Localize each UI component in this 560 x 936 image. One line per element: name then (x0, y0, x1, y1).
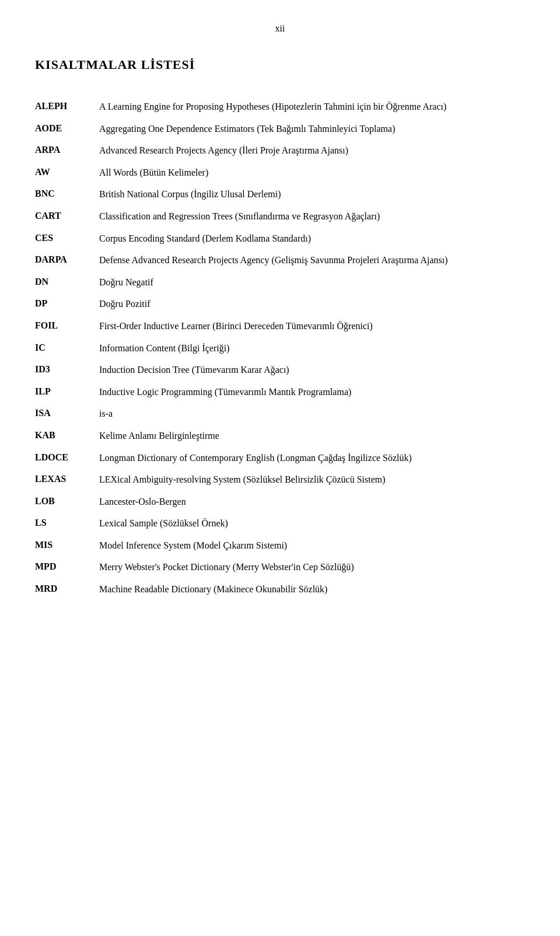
table-row: LEXASLEXical Ambiguity-resolving System … (35, 469, 525, 491)
abbreviation-term: CES (35, 228, 99, 250)
abbreviation-definition: Information Content (Bilgi İçeriği) (99, 337, 525, 359)
table-row: CARTClassification and Regression Trees … (35, 205, 525, 228)
table-row: ILPInductive Logic Programming (Tümevarı… (35, 381, 525, 403)
abbreviation-definition: is-a (99, 403, 525, 425)
abbreviation-definition: First-Order Inductive Learner (Birinci D… (99, 315, 525, 337)
abbreviation-term: ISA (35, 403, 99, 425)
page-title: KISALTMALAR LİSTESİ (35, 57, 525, 72)
table-row: AWAll Words (Bütün Kelimeler) (35, 162, 525, 184)
abbreviation-term: AW (35, 162, 99, 184)
abbreviation-term: ID3 (35, 359, 99, 381)
abbreviation-term: DARPA (35, 249, 99, 271)
abbreviation-definition: British National Corpus (İngiliz Ulusal … (99, 183, 525, 205)
table-row: LSLexical Sample (Sözlüksel Örnek) (35, 512, 525, 535)
abbreviation-definition: Model Inference System (Model Çıkarım Si… (99, 535, 525, 557)
abbreviation-term: LDOCE (35, 447, 99, 469)
abbreviation-term: IC (35, 337, 99, 359)
abbreviation-definition: Defense Advanced Research Projects Agenc… (99, 249, 525, 271)
abbreviation-term: KAB (35, 425, 99, 447)
table-row: DPDoğru Pozitif (35, 293, 525, 315)
table-row: ISAis-a (35, 403, 525, 425)
abbreviation-term: MRD (35, 578, 99, 600)
abbreviation-definition: Longman Dictionary of Contemporary Engli… (99, 447, 525, 469)
abbreviation-definition: Advanced Research Projects Agency (İleri… (99, 139, 525, 162)
abbreviation-definition: Inductive Logic Programming (Tümevarımlı… (99, 381, 525, 403)
table-row: MISModel Inference System (Model Çıkarım… (35, 535, 525, 557)
abbreviation-term: LEXAS (35, 469, 99, 491)
abbreviation-definition: Doğru Pozitif (99, 293, 525, 315)
abbreviation-term: ARPA (35, 139, 99, 162)
table-row: ALEPHA Learning Engine for Proposing Hyp… (35, 96, 525, 118)
abbreviation-term: MPD (35, 556, 99, 578)
table-row: FOILFirst-Order Inductive Learner (Birin… (35, 315, 525, 337)
table-row: AODEAggregating One Dependence Estimator… (35, 118, 525, 140)
table-row: MRDMachine Readable Dictionary (Makinece… (35, 578, 525, 600)
abbreviation-term: ILP (35, 381, 99, 403)
table-row: LOBLancester-Oslo-Bergen (35, 491, 525, 513)
abbreviation-definition: A Learning Engine for Proposing Hypothes… (99, 96, 525, 118)
abbreviation-term: BNC (35, 183, 99, 205)
abbreviation-definition: Kelime Anlamı Belirginleştirme (99, 425, 525, 447)
abbreviation-definition: Lexical Sample (Sözlüksel Örnek) (99, 512, 525, 535)
abbreviation-definition: Corpus Encoding Standard (Derlem Kodlama… (99, 228, 525, 250)
table-row: ICInformation Content (Bilgi İçeriği) (35, 337, 525, 359)
abbreviation-definition: Aggregating One Dependence Estimators (T… (99, 118, 525, 140)
table-row: LDOCELongman Dictionary of Contemporary … (35, 447, 525, 469)
abbreviation-definition: Lancester-Oslo-Bergen (99, 491, 525, 513)
abbreviation-term: DP (35, 293, 99, 315)
table-row: DARPADefense Advanced Research Projects … (35, 249, 525, 271)
abbreviation-definition: Machine Readable Dictionary (Makinece Ok… (99, 578, 525, 600)
table-row: KABKelime Anlamı Belirginleştirme (35, 425, 525, 447)
abbreviation-term: FOIL (35, 315, 99, 337)
abbreviation-term: AODE (35, 118, 99, 140)
table-row: MPDMerry Webster's Pocket Dictionary (Me… (35, 556, 525, 578)
abbreviation-definition: All Words (Bütün Kelimeler) (99, 162, 525, 184)
abbreviation-term: CART (35, 205, 99, 228)
abbreviation-table: ALEPHA Learning Engine for Proposing Hyp… (35, 96, 525, 600)
abbreviation-term: DN (35, 271, 99, 294)
abbreviation-term: MIS (35, 535, 99, 557)
table-row: ID3Induction Decision Tree (Tümevarım Ka… (35, 359, 525, 381)
table-row: CESCorpus Encoding Standard (Derlem Kodl… (35, 228, 525, 250)
abbreviation-definition: Classification and Regression Trees (Sın… (99, 205, 525, 228)
abbreviation-definition: Induction Decision Tree (Tümevarım Karar… (99, 359, 525, 381)
page-number: xii (35, 23, 525, 34)
abbreviation-definition: Merry Webster's Pocket Dictionary (Merry… (99, 556, 525, 578)
table-row: ARPAAdvanced Research Projects Agency (İ… (35, 139, 525, 162)
abbreviation-definition: LEXical Ambiguity-resolving System (Sözl… (99, 469, 525, 491)
table-row: DNDoğru Negatif (35, 271, 525, 294)
abbreviation-term: LS (35, 512, 99, 535)
abbreviation-term: ALEPH (35, 96, 99, 118)
abbreviation-definition: Doğru Negatif (99, 271, 525, 294)
abbreviation-term: LOB (35, 491, 99, 513)
table-row: BNCBritish National Corpus (İngiliz Ulus… (35, 183, 525, 205)
